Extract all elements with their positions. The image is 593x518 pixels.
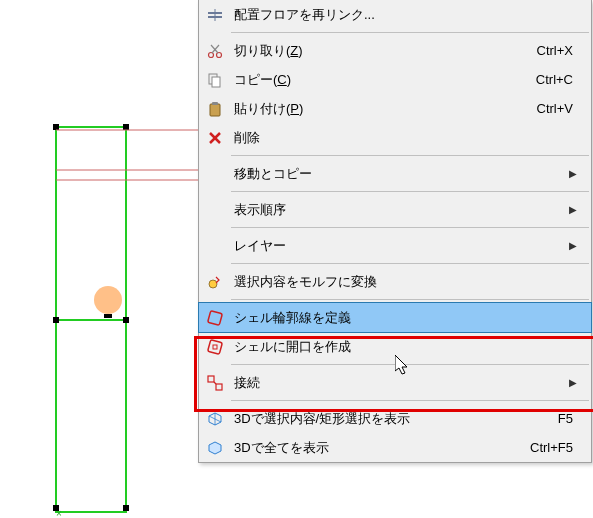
svg-rect-16 (213, 345, 217, 349)
morph-icon (204, 271, 226, 293)
menu-item-show-3d-selection[interactable]: 3Dで選択内容/矩形選択を表示 F5 (199, 404, 591, 433)
menu-label: 削除 (226, 129, 583, 147)
separator (231, 32, 589, 33)
menu-label: シェル輪郭線を定義 (226, 309, 583, 327)
origin-mark: × (56, 508, 62, 518)
menu-label: 選択内容をモルフに変換 (226, 273, 583, 291)
svg-point-4 (217, 52, 222, 57)
svg-rect-10 (212, 102, 218, 105)
menu-label: 3Dで全てを表示 (226, 439, 530, 457)
separator (231, 400, 589, 401)
menu-label: 移動とコピー (226, 165, 569, 183)
menu-item-show-all-3d[interactable]: 3Dで全てを表示 Ctrl+F5 (199, 433, 591, 462)
submenu-arrow-icon: ▶ (569, 204, 583, 215)
menu-label: 表示順序 (226, 201, 569, 219)
menu-item-cut[interactable]: 切り取り(Z) Ctrl+X (199, 36, 591, 65)
menu-label: 3Dで選択内容/矩形選択を表示 (226, 410, 558, 428)
cut-icon (204, 40, 226, 62)
menu-item-layer[interactable]: レイヤー ▶ (199, 231, 591, 260)
separator (231, 299, 589, 300)
separator (231, 191, 589, 192)
handle[interactable] (123, 317, 129, 323)
connect-icon (204, 372, 226, 394)
menu-item-move-copy[interactable]: 移動とコピー ▶ (199, 159, 591, 188)
canvas-area[interactable]: × (0, 0, 200, 518)
marker (104, 314, 112, 318)
svg-line-5 (212, 45, 219, 53)
svg-line-6 (211, 45, 218, 53)
svg-rect-8 (212, 77, 220, 87)
handle[interactable] (53, 317, 59, 323)
show-3d-icon (204, 408, 226, 430)
context-menu: 配置フロアを再リンク... 切り取り(Z) Ctrl+X コピー(C) Ctrl… (198, 0, 592, 463)
menu-label: 配置フロアを再リンク... (226, 6, 583, 24)
menu-label: コピー(C) (226, 71, 536, 89)
menu-label: 貼り付け(P) (226, 100, 537, 118)
menu-item-display-order[interactable]: 表示順序 ▶ (199, 195, 591, 224)
shortcut: Ctrl+V (537, 101, 583, 116)
menu-item-paste[interactable]: 貼り付け(P) Ctrl+V (199, 94, 591, 123)
shortcut: F5 (558, 411, 583, 426)
hotspot[interactable] (94, 286, 122, 314)
menu-item-define-shell-contour[interactable]: シェル輪郭線を定義 (198, 302, 592, 333)
svg-rect-17 (208, 376, 214, 382)
delete-icon (204, 127, 226, 149)
relink-floor-icon (204, 4, 226, 26)
menu-label: 切り取り(Z) (226, 42, 537, 60)
svg-point-13 (209, 280, 217, 288)
submenu-arrow-icon: ▶ (569, 240, 583, 251)
svg-rect-15 (208, 339, 223, 354)
handle[interactable] (123, 124, 129, 130)
paste-icon (204, 98, 226, 120)
separator (231, 263, 589, 264)
blank-icon (204, 199, 226, 221)
svg-rect-18 (216, 384, 222, 390)
handle[interactable] (123, 505, 129, 511)
menu-label: シェルに開口を作成 (226, 338, 583, 356)
separator (231, 227, 589, 228)
shortcut: Ctrl+X (537, 43, 583, 58)
svg-marker-23 (209, 442, 221, 454)
shell-contour-icon (204, 307, 226, 329)
blank-icon (204, 163, 226, 185)
menu-label: レイヤー (226, 237, 569, 255)
shell-opening-icon (204, 336, 226, 358)
svg-rect-9 (210, 104, 220, 116)
copy-icon (204, 69, 226, 91)
menu-item-relink-floor[interactable]: 配置フロアを再リンク... (199, 0, 591, 29)
separator (231, 155, 589, 156)
menu-item-convert-morph[interactable]: 選択内容をモルフに変換 (199, 267, 591, 296)
svg-point-3 (209, 52, 214, 57)
menu-item-copy[interactable]: コピー(C) Ctrl+C (199, 65, 591, 94)
svg-marker-24 (395, 355, 407, 374)
shortcut: Ctrl+F5 (530, 440, 583, 455)
svg-rect-14 (208, 310, 223, 325)
submenu-arrow-icon: ▶ (569, 377, 583, 388)
show-3d-all-icon (204, 437, 226, 459)
menu-item-delete[interactable]: 削除 (199, 123, 591, 152)
shortcut: Ctrl+C (536, 72, 583, 87)
mouse-cursor-icon (395, 355, 415, 379)
svg-line-19 (214, 382, 216, 384)
submenu-arrow-icon: ▶ (569, 168, 583, 179)
handle[interactable] (53, 124, 59, 130)
blank-icon (204, 235, 226, 257)
